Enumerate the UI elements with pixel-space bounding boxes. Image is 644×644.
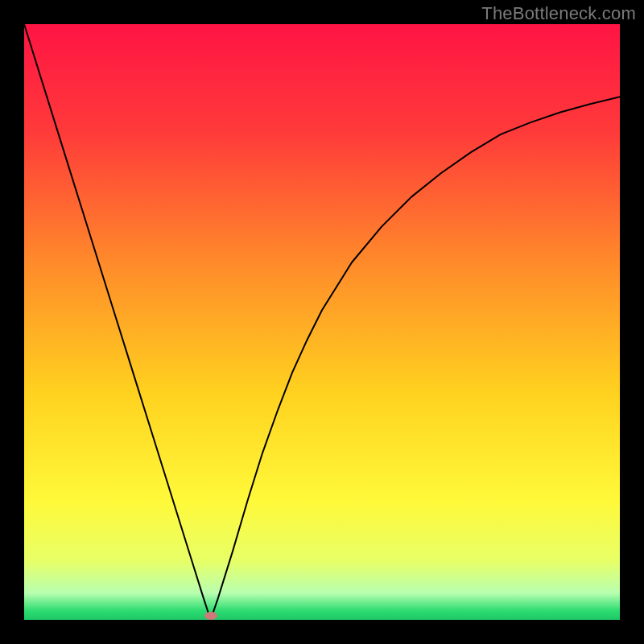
bottleneck-curve (24, 24, 620, 620)
plot-area (24, 24, 620, 620)
watermark-label: TheBottleneck.com (481, 3, 636, 24)
minimum-marker (204, 612, 217, 620)
chart-frame: TheBottleneck.com (0, 0, 644, 644)
